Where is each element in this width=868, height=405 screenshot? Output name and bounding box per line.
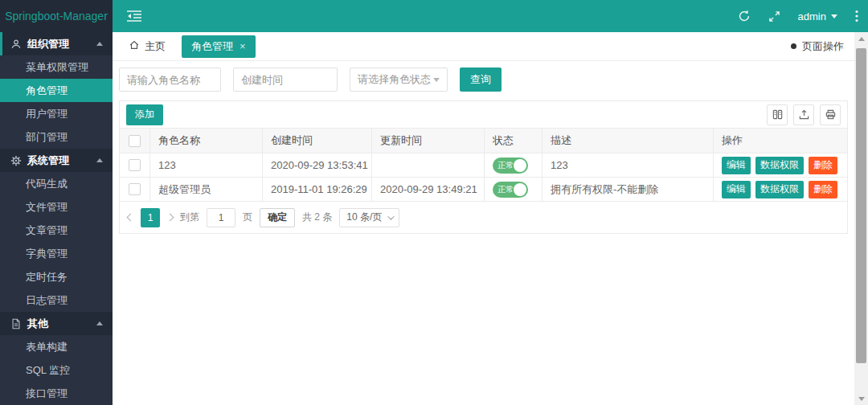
username: admin bbox=[798, 10, 826, 22]
role-name-cell: 123 bbox=[150, 153, 263, 177]
page-operations-button[interactable]: 页面操作 bbox=[791, 39, 844, 54]
sidebar-section-label: 其他 bbox=[27, 317, 48, 331]
updated-cell: 2020-09-29 13:49:21 bbox=[372, 178, 485, 201]
gear-icon bbox=[10, 155, 22, 166]
prev-page-icon[interactable] bbox=[127, 214, 135, 222]
chevron-down-icon bbox=[433, 78, 440, 82]
scroll-down-icon[interactable] bbox=[854, 392, 868, 405]
dot-icon bbox=[791, 43, 796, 49]
search-form: 请选择角色状态 查询 bbox=[119, 68, 868, 92]
sidebar-section-label: 组织管理 bbox=[27, 37, 69, 51]
chevron-up-icon bbox=[96, 42, 103, 46]
print-icon[interactable] bbox=[820, 104, 841, 125]
col-header-updated: 更新时间 bbox=[372, 129, 485, 153]
sidebar-item-sql-monitor[interactable]: SQL 监控 bbox=[0, 358, 113, 382]
sidebar-item-api-mgmt[interactable]: 接口管理 bbox=[0, 382, 113, 405]
close-icon[interactable]: × bbox=[240, 41, 246, 51]
tab-home[interactable]: 主页 bbox=[119, 32, 175, 60]
chevron-down-icon bbox=[831, 14, 837, 18]
pagination: 1 到第 页 确定 共 2 条 10 条/页 bbox=[120, 201, 847, 233]
add-button[interactable]: 添加 bbox=[126, 104, 163, 125]
sidebar-item-menu-perms[interactable]: 菜单权限管理 bbox=[0, 55, 113, 79]
create-time-input[interactable] bbox=[233, 68, 338, 92]
edit-button[interactable]: 编辑 bbox=[722, 181, 751, 198]
data-permission-button[interactable]: 数据权限 bbox=[755, 181, 804, 198]
role-name-input[interactable] bbox=[119, 68, 221, 92]
select-all-checkbox[interactable] bbox=[129, 135, 141, 147]
file-icon bbox=[10, 318, 22, 329]
sidebar-item-user-mgmt[interactable]: 用户管理 bbox=[0, 102, 113, 125]
table-body: 123 2020-09-29 13:53:41 正常 123 bbox=[120, 153, 847, 201]
role-table-card: 添加 bbox=[119, 100, 848, 234]
sidebar-section-system[interactable]: 系统管理 bbox=[0, 149, 113, 172]
description-cell: 123 bbox=[542, 153, 714, 177]
next-page-icon[interactable] bbox=[166, 214, 174, 222]
updated-cell bbox=[372, 153, 485, 177]
chevron-down-icon bbox=[388, 213, 395, 219]
home-icon bbox=[129, 39, 140, 53]
created-cell: 2019-11-01 19:26:29 bbox=[263, 178, 372, 201]
scrollbar-thumb[interactable] bbox=[856, 48, 866, 363]
page-size-select[interactable]: 10 条/页 bbox=[339, 208, 399, 227]
col-header-created: 创建时间 bbox=[263, 129, 372, 153]
workspace: 主页 角色管理 × 页面操作 bbox=[113, 32, 868, 405]
goto-confirm-button[interactable]: 确定 bbox=[260, 208, 295, 227]
scroll-up-icon[interactable] bbox=[854, 32, 868, 45]
created-cell: 2020-09-29 13:53:41 bbox=[263, 153, 372, 177]
search-button[interactable]: 查询 bbox=[460, 68, 502, 92]
sidebar-section-label: 系统管理 bbox=[27, 153, 69, 168]
goto-label: 到第 bbox=[180, 211, 199, 224]
page-unit-label: 页 bbox=[243, 211, 252, 224]
filter-columns-icon[interactable] bbox=[767, 104, 788, 125]
delete-button[interactable]: 删除 bbox=[809, 181, 837, 198]
user-icon bbox=[10, 39, 22, 50]
collapse-menu-icon[interactable] bbox=[127, 10, 141, 22]
fullscreen-icon[interactable] bbox=[768, 10, 780, 22]
toggle-knob-icon bbox=[514, 183, 526, 196]
col-header-actions: 操作 bbox=[714, 129, 847, 153]
col-header-status: 状态 bbox=[485, 129, 542, 153]
chevron-up-icon bbox=[96, 158, 103, 162]
sidebar-item-role-mgmt[interactable]: 角色管理 bbox=[0, 79, 113, 102]
table-row: 超级管理员 2019-11-01 19:26:29 2020-09-29 13:… bbox=[120, 177, 847, 201]
topbar: admin bbox=[113, 0, 868, 32]
col-header-description: 描述 bbox=[542, 129, 714, 153]
table-toolbar: 添加 bbox=[120, 101, 847, 128]
sidebar-item-dict-mgmt[interactable]: 字典管理 bbox=[0, 242, 113, 265]
current-page-button[interactable]: 1 bbox=[141, 208, 160, 227]
app-logo: Springboot-Manager bbox=[0, 0, 113, 32]
table-row: 123 2020-09-29 13:53:41 正常 123 bbox=[120, 153, 847, 177]
sidebar-item-article-mgmt[interactable]: 文章管理 bbox=[0, 219, 113, 242]
total-count-label: 共 2 条 bbox=[302, 211, 332, 224]
row-checkbox[interactable] bbox=[129, 159, 141, 171]
page-content: 请选择角色状态 查询 添加 bbox=[113, 61, 868, 234]
data-permission-button[interactable]: 数据权限 bbox=[755, 157, 804, 174]
chevron-up-icon bbox=[96, 321, 103, 325]
sidebar-section-other[interactable]: 其他 bbox=[0, 312, 113, 335]
status-toggle[interactable]: 正常 bbox=[493, 182, 528, 198]
sidebar-item-form-builder[interactable]: 表单构建 bbox=[0, 335, 113, 358]
table-header-row: 角色名称 创建时间 更新时间 状态 描述 操作 bbox=[120, 128, 847, 153]
tab-role-mgmt[interactable]: 角色管理 × bbox=[182, 35, 256, 58]
sidebar-item-file-mgmt[interactable]: 文件管理 bbox=[0, 195, 113, 219]
sidebar-item-dept-mgmt[interactable]: 部门管理 bbox=[0, 125, 113, 149]
app-window: Springboot-Manager 组织管理 菜单权限管理 角色管理 用户管理… bbox=[0, 0, 868, 405]
sidebar: Springboot-Manager 组织管理 菜单权限管理 角色管理 用户管理… bbox=[0, 0, 113, 405]
sidebar-section-org[interactable]: 组织管理 bbox=[0, 32, 113, 55]
row-checkbox[interactable] bbox=[129, 183, 141, 195]
sidebar-item-cron-tasks[interactable]: 定时任务 bbox=[0, 265, 113, 288]
role-status-select[interactable]: 请选择角色状态 bbox=[350, 68, 448, 92]
edit-button[interactable]: 编辑 bbox=[722, 157, 751, 174]
refresh-icon[interactable] bbox=[738, 10, 751, 22]
vertical-scrollbar[interactable] bbox=[854, 32, 868, 405]
delete-button[interactable]: 删除 bbox=[809, 157, 837, 174]
role-name-cell: 超级管理员 bbox=[150, 178, 263, 201]
status-toggle[interactable]: 正常 bbox=[493, 158, 528, 174]
tab-bar: 主页 角色管理 × 页面操作 bbox=[113, 32, 868, 61]
sidebar-item-code-gen[interactable]: 代码生成 bbox=[0, 172, 113, 195]
sidebar-item-log-mgmt[interactable]: 日志管理 bbox=[0, 288, 113, 312]
goto-page-input[interactable] bbox=[207, 208, 235, 227]
user-menu[interactable]: admin bbox=[798, 10, 837, 22]
export-icon[interactable] bbox=[793, 104, 814, 125]
more-menu-icon[interactable] bbox=[855, 10, 858, 22]
